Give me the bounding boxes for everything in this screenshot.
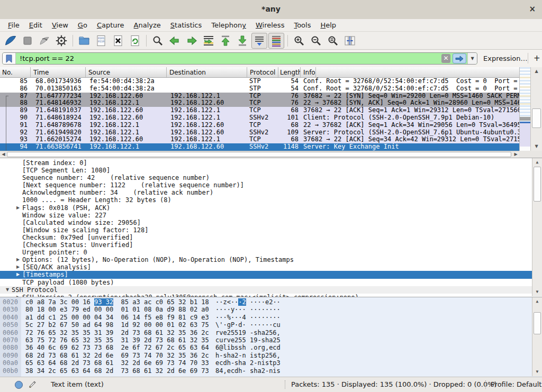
capture-options-button[interactable] bbox=[53, 33, 69, 49]
scroll-down-arrow[interactable]: ▼ bbox=[532, 368, 542, 376]
hex-row-0070[interactable]: 007063 75 72 76 65 32 35 35 31 39 2d 73 … bbox=[0, 336, 532, 344]
detail-line[interactable]: [Next sequence number: 1122 (relative se… bbox=[0, 181, 532, 189]
detail-line[interactable]: [Calculated window size: 29056] bbox=[0, 219, 532, 226]
details-vertical-scrollbar[interactable]: ▲ ▼ bbox=[532, 158, 542, 296]
hex-row-0080[interactable]: 008036 40 6c 69 62 73 73 68 2e 6f 72 67 … bbox=[0, 344, 532, 351]
zoom-reset-button[interactable] bbox=[325, 33, 341, 49]
expand-right-icon[interactable]: ▶ bbox=[14, 256, 22, 263]
menu-help[interactable]: Help bbox=[315, 20, 341, 31]
scroll-up-arrow[interactable]: ▲ bbox=[531, 68, 542, 75]
capture-comment-icon[interactable] bbox=[29, 380, 37, 390]
detail-line[interactable]: Acknowledgment number: 34 (relative ack … bbox=[0, 189, 532, 196]
file-open-button[interactable] bbox=[76, 33, 92, 49]
colorize-button[interactable] bbox=[268, 33, 284, 49]
menu-wireless[interactable]: Wireless bbox=[251, 20, 289, 31]
packet-row-93[interactable]: 9371.662015274192.168.122.60192.168.122.… bbox=[0, 136, 519, 143]
filter-dropdown-caret[interactable]: ▼ bbox=[467, 53, 477, 64]
scroll-right-arrow[interactable]: ▶ bbox=[512, 151, 519, 158]
packet-row-87[interactable]: 8771.647777234192.168.122.60192.168.122.… bbox=[0, 93, 519, 100]
filter-clear-button[interactable]: ✕ bbox=[441, 54, 450, 63]
packet-row-89[interactable]: 8971.648191037192.168.122.60192.168.122.… bbox=[0, 107, 519, 114]
file-close-button[interactable] bbox=[110, 33, 126, 49]
menu-telephony[interactable]: Telephony bbox=[206, 20, 251, 31]
packet-row-85[interactable]: 8568.001734936fe:54:00:d4:38:2aSTP54Conf… bbox=[0, 78, 519, 85]
hex-row-0030[interactable]: 003080 18 00 e3 79 ed 00 00 01 01 08 0a … bbox=[0, 306, 532, 313]
packet-list-minimap[interactable] bbox=[519, 67, 530, 151]
scroll-up-arrow[interactable]: ▲ bbox=[532, 298, 542, 305]
packet-list-vertical-scrollbar[interactable]: ▲ ▼ bbox=[530, 67, 542, 151]
find-packet-button[interactable] bbox=[150, 33, 166, 49]
detail-line[interactable]: ▶[Timestamps] bbox=[0, 271, 532, 278]
zoom-in-button[interactable] bbox=[291, 33, 307, 49]
hex-row-0050[interactable]: 00505c 27 b2 67 50 ad 64 98 1d 92 00 00 … bbox=[0, 321, 532, 329]
detail-line[interactable]: ▶[SEQ/ACK analysis] bbox=[0, 263, 532, 271]
filter-apply-button[interactable] bbox=[453, 53, 466, 63]
packet-list-horizontal-scrollbar[interactable]: ◀ ▶ bbox=[0, 151, 519, 158]
menu-analyze[interactable]: Analyze bbox=[129, 20, 166, 31]
packet-row-90[interactable]: 9071.648618924192.168.122.60192.168.122.… bbox=[0, 114, 519, 122]
menu-file[interactable]: File bbox=[3, 20, 24, 31]
file-reload-button[interactable] bbox=[127, 33, 143, 49]
column-header-protocol[interactable]: Protocol bbox=[247, 67, 278, 77]
filter-add-button[interactable]: + bbox=[534, 53, 540, 63]
expand-down-icon[interactable]: ▼ bbox=[3, 286, 12, 294]
hex-row-00b0[interactable]: 00b038 34 2c 65 63 64 68 2d 73 68 61 32 … bbox=[0, 367, 532, 375]
bytes-vertical-scrollbar[interactable]: ▲ ▼ bbox=[532, 297, 542, 376]
filter-text[interactable]: !tcp.port == 22 bbox=[16, 54, 441, 62]
hex-row-0090[interactable]: 009068 2d 73 68 61 32 2d 6e 69 73 74 70 … bbox=[0, 352, 532, 359]
capture-stop-button[interactable] bbox=[20, 33, 35, 49]
detail-line[interactable]: Sequence number: 42 (relative sequence n… bbox=[0, 174, 532, 181]
hex-row-00a0[interactable]: 00a065 63 64 68 2d 73 68 61 32 2d 6e 69 … bbox=[0, 359, 532, 367]
resize-columns-button[interactable] bbox=[342, 33, 358, 49]
packet-row-88[interactable]: 8871.648146932192.168.122.1192.168.122.6… bbox=[0, 99, 519, 107]
detail-line[interactable]: ▼SSH Protocol bbox=[0, 286, 532, 294]
scrollbar-thumb[interactable] bbox=[7, 152, 511, 157]
menu-tools[interactable]: Tools bbox=[289, 20, 315, 31]
detail-line[interactable]: Checksum: 0x79ed [unverified] bbox=[0, 234, 532, 241]
detail-line[interactable]: ▶Options: (12 bytes), No-Operation (NOP)… bbox=[0, 256, 532, 263]
detail-line[interactable]: ▶Flags: 0x018 (PSH, ACK) bbox=[0, 204, 532, 212]
menu-go[interactable]: Go bbox=[73, 20, 92, 31]
status-profile[interactable]: Profile: Default bbox=[491, 380, 541, 388]
auto-scroll-button[interactable] bbox=[251, 33, 267, 49]
go-bottom-button[interactable] bbox=[234, 33, 250, 49]
go-back-button[interactable] bbox=[167, 33, 183, 49]
detail-line[interactable]: 1000 .... = Header Length: 32 bytes (8) bbox=[0, 196, 532, 204]
hex-row-0060[interactable]: 006072 76 65 32 35 35 31 39 2d 73 68 61 … bbox=[0, 329, 532, 336]
window-close-button[interactable]: × bbox=[529, 4, 536, 14]
scroll-up-arrow[interactable]: ▲ bbox=[532, 159, 542, 166]
column-header-destination[interactable]: Destination bbox=[167, 67, 247, 77]
detail-line[interactable]: Urgent pointer: 0 bbox=[0, 249, 532, 256]
column-header-info[interactable]: Info bbox=[301, 67, 316, 77]
expert-info-icon[interactable] bbox=[15, 381, 23, 389]
capture-start-button[interactable] bbox=[3, 33, 19, 49]
packet-row-86[interactable]: 8670.013850163fe:54:00:d4:38:2aSTP54Conf… bbox=[0, 85, 519, 93]
file-save-button[interactable]: 01010110 bbox=[93, 33, 109, 49]
hex-row-0020[interactable]: 0020c0 a8 7a 3c 00 16 93 32 85 a3 ac c0 … bbox=[0, 298, 532, 306]
expand-right-icon[interactable]: ▶ bbox=[14, 204, 22, 212]
detail-line[interactable]: Window size value: 227 bbox=[0, 212, 532, 219]
menu-edit[interactable]: Edit bbox=[24, 20, 47, 31]
detail-line[interactable]: TCP payload (1080 bytes) bbox=[0, 279, 532, 286]
detail-line[interactable]: [TCP Segment Len: 1080] bbox=[0, 167, 532, 174]
menu-statistics[interactable]: Statistics bbox=[166, 20, 206, 31]
packet-row-91[interactable]: 9171.648789678192.168.122.1192.168.122.6… bbox=[0, 122, 519, 129]
detail-line[interactable]: [Window size scaling factor: 128] bbox=[0, 226, 532, 234]
scroll-left-arrow[interactable]: ◀ bbox=[0, 151, 7, 158]
filter-bookmark-button[interactable] bbox=[3, 53, 16, 64]
menu-view[interactable]: View bbox=[47, 20, 73, 31]
column-header-source[interactable]: Source bbox=[86, 67, 167, 77]
scrollbar-thumb[interactable] bbox=[532, 108, 541, 128]
menu-capture[interactable]: Capture bbox=[92, 20, 129, 31]
detail-line[interactable]: [Checksum Status: Unverified] bbox=[0, 241, 532, 249]
expression-button[interactable]: Expression… bbox=[483, 54, 528, 62]
display-filter-input[interactable]: !tcp.port == 22 ✕ ▼ bbox=[2, 52, 477, 65]
packet-row-94[interactable]: 9471.663856741192.168.122.1192.168.122.6… bbox=[0, 143, 519, 151]
packet-row-92[interactable]: 9271.661949820192.168.122.1192.168.122.6… bbox=[0, 129, 519, 136]
detail-line[interactable]: [Stream index: 0] bbox=[0, 159, 532, 167]
expand-right-icon[interactable]: ▶ bbox=[14, 263, 22, 271]
hex-row-0040[interactable]: 0040a1 dd c1 25 00 00 04 34 06 14 f5 e8 … bbox=[0, 314, 532, 321]
go-forward-button[interactable] bbox=[184, 33, 200, 49]
column-header-time[interactable]: Time bbox=[31, 67, 86, 77]
scroll-down-arrow[interactable]: ▼ bbox=[531, 143, 542, 150]
